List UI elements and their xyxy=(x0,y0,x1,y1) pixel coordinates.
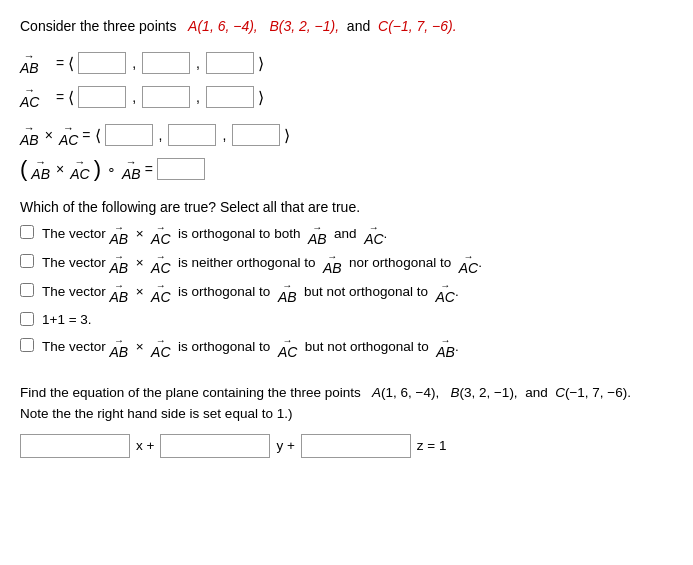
close-paren: ) xyxy=(94,158,101,180)
comma4: , xyxy=(196,89,200,105)
equals-sign3: = xyxy=(82,127,90,143)
ac-label3: →AC xyxy=(70,157,89,181)
checkbox-3[interactable] xyxy=(20,283,34,297)
ac-y-input[interactable] xyxy=(142,86,190,108)
point-a: A(1, 6, −4), xyxy=(188,18,258,34)
checkbox-label-2: The vector →AB × →AC is neither orthogon… xyxy=(42,252,482,275)
checkbox-1[interactable] xyxy=(20,225,34,239)
checkbox-label-5: The vector →AB × →AC is orthogonal to →A… xyxy=(42,336,459,359)
intro-text: Consider the three points A(1, 6, −4), B… xyxy=(20,16,673,37)
comma3: , xyxy=(132,89,136,105)
checkbox-4[interactable] xyxy=(20,312,34,326)
plane-note: Note the the right hand side is set equa… xyxy=(20,406,292,421)
dot-product-row: ( →AB × →AC ) ∘ →AB = xyxy=(20,157,673,181)
point-b: B(3, 2, −1), xyxy=(269,18,339,34)
cross-y-input[interactable] xyxy=(168,124,216,146)
plane-x-input[interactable] xyxy=(20,434,130,458)
open-paren: ( xyxy=(20,158,27,180)
dot-result-input[interactable] xyxy=(157,158,205,180)
y-label: y + xyxy=(276,438,294,453)
checkbox-item-4: 1+1 = 3. xyxy=(20,310,673,330)
plane-y-input[interactable] xyxy=(160,434,270,458)
equals-sign: = xyxy=(56,55,64,71)
checkbox-item-3: The vector →AB × →AC is orthogonal to →A… xyxy=(20,281,673,304)
times-sym2: × xyxy=(56,161,64,177)
plane-input-row: x + y + z = 1 xyxy=(20,434,673,458)
close-bracket2: ⟩ xyxy=(258,88,264,107)
checkbox-question: Which of the following are true? Select … xyxy=(20,199,673,215)
plane-point-b: B(3, 2, −1), xyxy=(450,385,517,400)
checkbox-label-4: 1+1 = 3. xyxy=(42,310,92,330)
checkbox-item-2: The vector →AB × →AC is neither orthogon… xyxy=(20,252,673,275)
ab-label3: →AB xyxy=(31,157,50,181)
ab-vector-row: →AB = ⟨ , , ⟩ xyxy=(20,51,673,75)
plane-description: Find the equation of the plane containin… xyxy=(20,383,673,424)
checkbox-item-5: The vector →AB × →AC is orthogonal to →A… xyxy=(20,336,673,359)
times-sym: × xyxy=(45,127,53,143)
comma6: , xyxy=(222,127,226,143)
checkbox-section: Which of the following are true? Select … xyxy=(20,199,673,359)
close-bracket: ⟩ xyxy=(258,54,264,73)
plane-point-c: C(−1, 7, −6). xyxy=(555,385,631,400)
ac-x-input[interactable] xyxy=(78,86,126,108)
checkbox-5[interactable] xyxy=(20,338,34,352)
open-bracket: ⟨ xyxy=(68,54,74,73)
comma2: , xyxy=(196,55,200,71)
dot-sym: ∘ xyxy=(107,161,116,177)
comma5: , xyxy=(159,127,163,143)
plane-section: Find the equation of the plane containin… xyxy=(20,383,673,458)
ac-z-input[interactable] xyxy=(206,86,254,108)
ab-z-input[interactable] xyxy=(206,52,254,74)
ab-y-input[interactable] xyxy=(142,52,190,74)
ab-x-input[interactable] xyxy=(78,52,126,74)
ab-label4: →AB xyxy=(122,157,141,181)
plane-point-a: A(1, 6, −4), xyxy=(372,385,439,400)
close-bracket3: ⟩ xyxy=(284,126,290,145)
checkbox-2[interactable] xyxy=(20,254,34,268)
equals-sign2: = xyxy=(56,89,64,105)
ab-label2: →AB xyxy=(20,123,39,147)
point-c: C(−1, 7, −6). xyxy=(378,18,457,34)
plane-z-input[interactable] xyxy=(301,434,411,458)
x-label: x + xyxy=(136,438,154,453)
checkbox-label-3: The vector →AB × →AC is orthogonal to →A… xyxy=(42,281,459,304)
ac-label2: →AC xyxy=(59,123,78,147)
open-bracket3: ⟨ xyxy=(95,126,101,145)
ab-label: →AB xyxy=(20,51,48,75)
ac-vector-row: →AC = ⟨ , , ⟩ xyxy=(20,85,673,109)
checkbox-label-1: The vector →AB × →AC is orthogonal to bo… xyxy=(42,223,387,246)
ac-label: →AC xyxy=(20,85,48,109)
checkbox-item-1: The vector →AB × →AC is orthogonal to bo… xyxy=(20,223,673,246)
open-bracket2: ⟨ xyxy=(68,88,74,107)
cross-x-input[interactable] xyxy=(105,124,153,146)
cross-product-row: →AB × →AC = ⟨ , , ⟩ xyxy=(20,123,673,147)
cross-z-input[interactable] xyxy=(232,124,280,146)
z-eq-label: z = 1 xyxy=(417,438,447,453)
comma1: , xyxy=(132,55,136,71)
equals-sign4: = xyxy=(145,161,153,177)
